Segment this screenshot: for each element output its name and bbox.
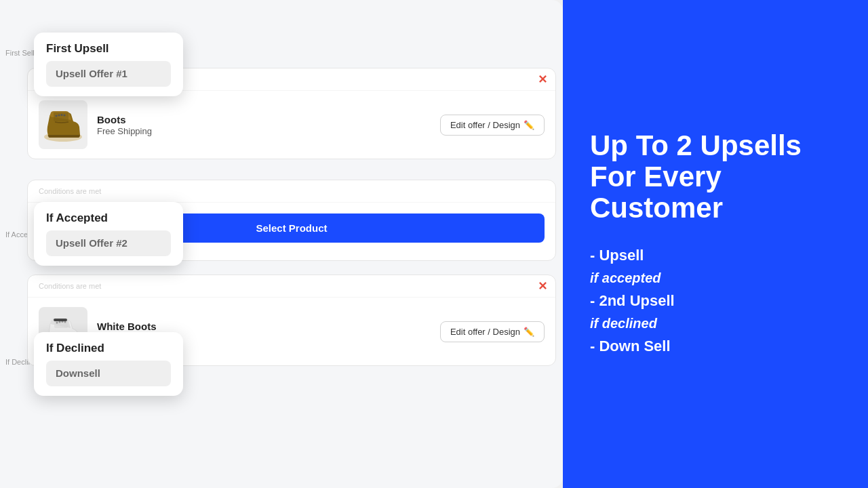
if-declined-popup-inner: Downsell [46,361,171,386]
if-accepted-popup-inner: Upsell Offer #2 [46,230,171,256]
boots-image [39,100,87,149]
edit-offer-btn-2[interactable]: Edit offer / Design ✏️ [440,321,545,342]
edit-offer-btn-1[interactable]: Edit offer / Design ✏️ [440,115,545,136]
right-line3: - 2nd Upsell [590,289,841,312]
first-upsell-offer-label: Upsell Offer #1 [56,68,127,79]
first-upsell-body: Boots Free Shipping Edit offer / Design … [28,91,555,159]
close-btn-2[interactable]: ✕ [538,281,547,292]
right-line2: if accepted [590,267,841,289]
if-declined-popup: If Declined Downsell [34,332,183,396]
svg-point-6 [56,321,58,323]
if-accepted-condition: Conditions are met [28,180,555,203]
if-accepted-offer-label: Upsell Offer #2 [56,237,127,249]
first-upsell-popup: First Upsell Upsell Offer #1 [34,33,183,96]
boots-sub: Free Shipping [97,126,431,136]
right-panel: Up To 2 Upsells For Every Customer - Ups… [563,0,868,488]
if-accepted-popup: If Accepted Upsell Offer #2 [34,202,183,266]
boots-product-info: Boots Free Shipping [97,113,431,137]
right-line4: if declined [590,312,841,334]
svg-rect-10 [54,319,67,321]
svg-point-2 [58,114,60,116]
if-declined-condition: Conditions are met [28,275,555,298]
svg-point-1 [55,115,57,117]
right-heading: Up To 2 Upsells For Every Customer [590,130,841,224]
close-btn-1[interactable]: ✕ [538,74,547,85]
right-content: Up To 2 Upsells For Every Customer - Ups… [590,130,841,358]
first-upsell-popup-inner: Upsell Offer #1 [46,61,171,87]
first-upsell-popup-title: First Upsell [46,42,171,56]
if-declined-popup-title: If Declined [46,342,171,355]
pencil-icon-1: ✏️ [524,120,534,130]
svg-point-3 [60,114,62,116]
white-boots-name: White Boots [97,320,431,333]
if-accepted-popup-title: If Accepted [46,211,171,225]
right-line5: - Down Sell [590,334,841,358]
right-line1: - Upsell [590,243,841,267]
svg-point-4 [63,114,65,116]
pencil-icon-2: ✏️ [524,327,534,337]
edit-offer-label-1: Edit offer / Design [450,120,520,130]
edit-offer-label-2: Edit offer / Design [450,327,520,337]
if-declined-offer-label: Downsell [56,367,100,379]
boots-name: Boots [97,113,431,127]
